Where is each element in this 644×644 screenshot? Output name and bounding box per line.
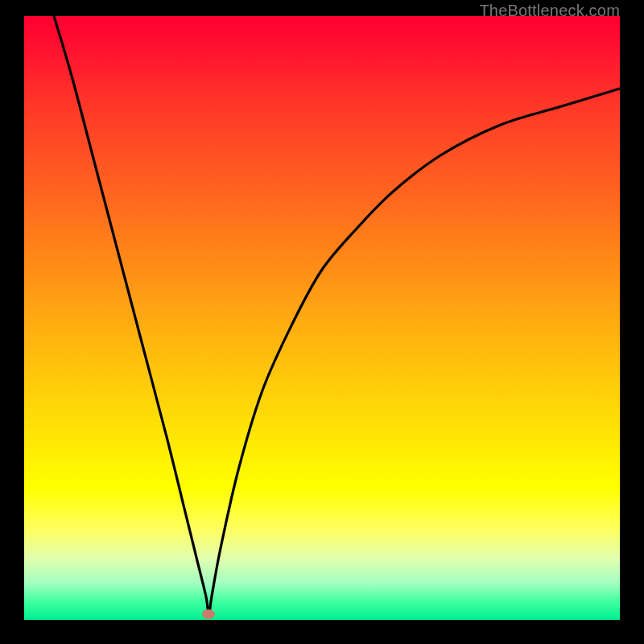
curve-svg (24, 16, 620, 620)
plot-area (24, 16, 620, 620)
optimum-marker (202, 609, 215, 619)
chart-frame: TheBottleneck.com (0, 0, 644, 644)
bottleneck-curve-path (54, 16, 620, 614)
